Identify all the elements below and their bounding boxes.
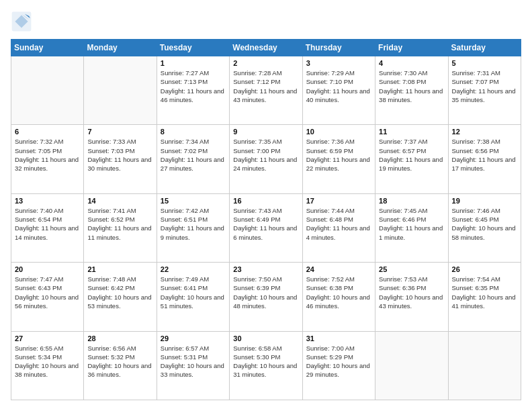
calendar-cell: 24Sunrise: 7:52 AMSunset: 6:38 PMDayligh… <box>302 263 375 331</box>
day-number: 26 <box>452 265 517 273</box>
calendar-cell: 8Sunrise: 7:34 AMSunset: 7:02 PMDaylight… <box>157 125 229 193</box>
cell-info: Sunrise: 7:49 AMSunset: 6:41 PMDaylight:… <box>161 275 226 310</box>
calendar-week-4: 20Sunrise: 7:47 AMSunset: 6:43 PMDayligh… <box>11 263 521 331</box>
day-number: 29 <box>161 334 226 342</box>
calendar-cell: 15Sunrise: 7:42 AMSunset: 6:51 PMDayligh… <box>157 193 229 262</box>
cell-info: Sunrise: 7:27 AMSunset: 7:13 PMDaylight:… <box>161 68 226 104</box>
cell-info: Sunrise: 7:33 AMSunset: 7:03 PMDaylight:… <box>87 137 152 173</box>
header-day-tuesday: Tuesday <box>157 40 229 56</box>
header-day-thursday: Thursday <box>302 40 375 56</box>
day-number: 9 <box>233 128 298 136</box>
day-number: 19 <box>452 197 517 205</box>
calendar-table: SundayMondayTuesdayWednesdayThursdayFrid… <box>11 39 521 400</box>
header-day-monday: Monday <box>84 40 157 56</box>
day-number: 4 <box>379 59 444 67</box>
calendar-cell: 29Sunrise: 6:57 AMSunset: 5:31 PMDayligh… <box>157 331 229 400</box>
header-day-saturday: Saturday <box>448 40 521 56</box>
calendar-week-3: 13Sunrise: 7:40 AMSunset: 6:54 PMDayligh… <box>11 193 521 262</box>
day-number: 2 <box>233 59 298 67</box>
calendar-cell: 13Sunrise: 7:40 AMSunset: 6:54 PMDayligh… <box>11 193 84 262</box>
day-number: 3 <box>306 59 371 67</box>
calendar-cell: 23Sunrise: 7:50 AMSunset: 6:39 PMDayligh… <box>230 263 302 331</box>
header-day-friday: Friday <box>375 40 448 56</box>
calendar-cell: 19Sunrise: 7:46 AMSunset: 6:45 PMDayligh… <box>448 193 521 262</box>
header-day-sunday: Sunday <box>11 40 84 56</box>
cell-info: Sunrise: 6:55 AMSunset: 5:34 PMDaylight:… <box>15 344 80 379</box>
calendar-cell: 22Sunrise: 7:49 AMSunset: 6:41 PMDayligh… <box>157 263 229 331</box>
cell-info: Sunrise: 7:00 AMSunset: 5:29 PMDaylight:… <box>306 344 371 379</box>
calendar-cell: 14Sunrise: 7:41 AMSunset: 6:52 PMDayligh… <box>84 193 157 262</box>
calendar-cell: 21Sunrise: 7:48 AMSunset: 6:42 PMDayligh… <box>84 263 157 331</box>
calendar-cell: 6Sunrise: 7:32 AMSunset: 7:05 PMDaylight… <box>11 125 84 193</box>
day-number: 12 <box>452 128 517 136</box>
day-number: 15 <box>161 197 226 205</box>
day-number: 21 <box>87 265 152 273</box>
day-number: 17 <box>306 197 371 205</box>
cell-info: Sunrise: 7:36 AMSunset: 6:59 PMDaylight:… <box>306 137 371 173</box>
cell-info: Sunrise: 7:46 AMSunset: 6:45 PMDaylight:… <box>452 206 517 242</box>
day-number: 27 <box>15 334 80 342</box>
cell-info: Sunrise: 7:50 AMSunset: 6:39 PMDaylight:… <box>233 275 298 310</box>
cell-info: Sunrise: 7:35 AMSunset: 7:00 PMDaylight:… <box>233 137 298 173</box>
calendar-cell <box>84 56 157 125</box>
calendar-cell: 2Sunrise: 7:28 AMSunset: 7:12 PMDaylight… <box>230 56 302 125</box>
calendar-cell: 9Sunrise: 7:35 AMSunset: 7:00 PMDaylight… <box>230 125 302 193</box>
logo <box>11 11 35 32</box>
cell-info: Sunrise: 7:37 AMSunset: 6:57 PMDaylight:… <box>379 137 444 173</box>
calendar-cell: 11Sunrise: 7:37 AMSunset: 6:57 PMDayligh… <box>375 125 448 193</box>
day-number: 22 <box>161 265 226 273</box>
day-number: 1 <box>161 59 226 67</box>
calendar-cell: 3Sunrise: 7:29 AMSunset: 7:10 PMDaylight… <box>302 56 375 125</box>
calendar-cell: 17Sunrise: 7:44 AMSunset: 6:48 PMDayligh… <box>302 193 375 262</box>
calendar-cell: 25Sunrise: 7:53 AMSunset: 6:36 PMDayligh… <box>375 263 448 331</box>
calendar-header-row: SundayMondayTuesdayWednesdayThursdayFrid… <box>11 40 521 56</box>
calendar-cell <box>11 56 84 125</box>
calendar-cell: 4Sunrise: 7:30 AMSunset: 7:08 PMDaylight… <box>375 56 448 125</box>
day-number: 23 <box>233 265 298 273</box>
day-number: 20 <box>15 265 80 273</box>
logo-icon <box>11 11 32 32</box>
cell-info: Sunrise: 7:34 AMSunset: 7:02 PMDaylight:… <box>161 137 226 173</box>
day-number: 18 <box>379 197 444 205</box>
cell-info: Sunrise: 7:43 AMSunset: 6:49 PMDaylight:… <box>233 206 298 242</box>
calendar-cell: 7Sunrise: 7:33 AMSunset: 7:03 PMDaylight… <box>84 125 157 193</box>
cell-info: Sunrise: 7:47 AMSunset: 6:43 PMDaylight:… <box>15 275 80 310</box>
calendar-week-5: 27Sunrise: 6:55 AMSunset: 5:34 PMDayligh… <box>11 331 521 400</box>
day-number: 28 <box>87 334 152 342</box>
cell-info: Sunrise: 7:48 AMSunset: 6:42 PMDaylight:… <box>87 275 152 310</box>
cell-info: Sunrise: 6:57 AMSunset: 5:31 PMDaylight:… <box>161 344 226 379</box>
cell-info: Sunrise: 7:28 AMSunset: 7:12 PMDaylight:… <box>233 68 298 104</box>
cell-info: Sunrise: 7:54 AMSunset: 6:35 PMDaylight:… <box>452 275 517 310</box>
calendar-cell <box>375 331 448 400</box>
calendar-cell: 1Sunrise: 7:27 AMSunset: 7:13 PMDaylight… <box>157 56 229 125</box>
calendar-cell: 30Sunrise: 6:58 AMSunset: 5:30 PMDayligh… <box>230 331 302 400</box>
calendar-week-2: 6Sunrise: 7:32 AMSunset: 7:05 PMDaylight… <box>11 125 521 193</box>
cell-info: Sunrise: 6:56 AMSunset: 5:32 PMDaylight:… <box>87 344 152 379</box>
day-number: 16 <box>233 197 298 205</box>
day-number: 31 <box>306 334 371 342</box>
day-number: 14 <box>87 197 152 205</box>
day-number: 25 <box>379 265 444 273</box>
cell-info: Sunrise: 7:45 AMSunset: 6:46 PMDaylight:… <box>379 206 444 242</box>
cell-info: Sunrise: 7:53 AMSunset: 6:36 PMDaylight:… <box>379 275 444 310</box>
day-number: 7 <box>87 128 152 136</box>
calendar-cell: 12Sunrise: 7:38 AMSunset: 6:56 PMDayligh… <box>448 125 521 193</box>
header <box>11 11 521 32</box>
day-number: 8 <box>161 128 226 136</box>
day-number: 5 <box>452 59 517 67</box>
cell-info: Sunrise: 7:42 AMSunset: 6:51 PMDaylight:… <box>161 206 226 242</box>
cell-info: Sunrise: 7:41 AMSunset: 6:52 PMDaylight:… <box>87 206 152 242</box>
calendar-cell: 16Sunrise: 7:43 AMSunset: 6:49 PMDayligh… <box>230 193 302 262</box>
header-day-wednesday: Wednesday <box>230 40 302 56</box>
calendar-cell: 27Sunrise: 6:55 AMSunset: 5:34 PMDayligh… <box>11 331 84 400</box>
cell-info: Sunrise: 7:30 AMSunset: 7:08 PMDaylight:… <box>379 68 444 104</box>
day-number: 11 <box>379 128 444 136</box>
day-number: 10 <box>306 128 371 136</box>
calendar-cell: 31Sunrise: 7:00 AMSunset: 5:29 PMDayligh… <box>302 331 375 400</box>
day-number: 6 <box>15 128 80 136</box>
cell-info: Sunrise: 7:32 AMSunset: 7:05 PMDaylight:… <box>15 137 80 173</box>
day-number: 24 <box>306 265 371 273</box>
calendar-cell: 5Sunrise: 7:31 AMSunset: 7:07 PMDaylight… <box>448 56 521 125</box>
cell-info: Sunrise: 7:44 AMSunset: 6:48 PMDaylight:… <box>306 206 371 242</box>
calendar-week-1: 1Sunrise: 7:27 AMSunset: 7:13 PMDaylight… <box>11 56 521 125</box>
